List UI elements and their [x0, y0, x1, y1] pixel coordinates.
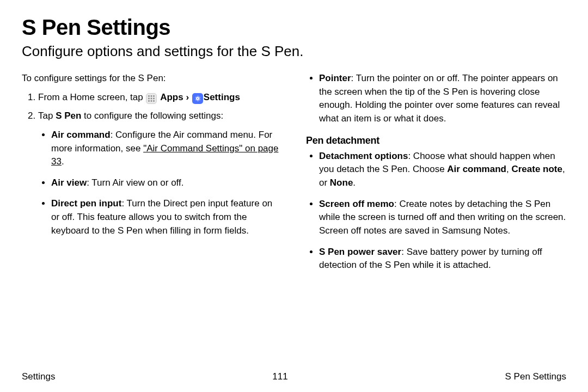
direct-pen-label: Direct pen input — [51, 198, 121, 209]
svg-point-8 — [154, 100, 155, 102]
breadcrumb-separator: › — [183, 92, 192, 102]
detach-comma: , — [506, 164, 511, 174]
footer-page-number: 111 — [272, 371, 287, 382]
svg-point-7 — [151, 100, 152, 102]
bullet-pointer: Pointer: Turn the pointer on or off. The… — [319, 72, 566, 126]
bullet-air-view: Air view: Turn Air view on or off. — [51, 176, 282, 190]
page-footer: Settings 111 S Pen Settings — [22, 371, 566, 382]
svg-point-4 — [151, 97, 152, 99]
step2-pre: Tap — [38, 111, 56, 121]
svg-point-2 — [154, 95, 155, 97]
bullet-air-command: Air command: Configure the Air command m… — [51, 128, 282, 169]
air-command-label: Air command — [51, 130, 111, 140]
air-view-text: : Turn Air view on or off. — [87, 177, 183, 188]
settings-label: Settings — [204, 92, 240, 102]
apps-label: Apps — [160, 92, 183, 102]
svg-point-3 — [149, 97, 150, 99]
step-1: From a Home screen, tap Apps › Settings — [38, 91, 282, 105]
bullet-power-saver: S Pen power saver: Save battery power by… — [319, 246, 566, 272]
bullet-direct-pen: Direct pen input: Turn the Direct pen in… — [51, 197, 282, 237]
step1-pre: From a Home screen, tap — [38, 92, 145, 102]
right-column: Pointer: Turn the pointer on or off. The… — [306, 72, 566, 280]
settings-bullets-right-top: Pointer: Turn the pointer on or off. The… — [306, 72, 566, 126]
svg-point-1 — [151, 95, 152, 97]
settings-bullets-left: Air command: Configure the Air command m… — [38, 128, 282, 237]
power-saver-label: S Pen power saver — [319, 247, 401, 257]
apps-icon — [146, 93, 157, 104]
footer-right: S Pen Settings — [505, 371, 566, 382]
air-view-label: Air view — [51, 177, 87, 188]
left-column: To configure settings for the S Pen: Fro… — [22, 72, 282, 280]
step2-bold: S Pen — [56, 111, 81, 121]
intro-text: To configure settings for the S Pen: — [22, 72, 282, 85]
step-2: Tap S Pen to configure the following set… — [38, 109, 282, 237]
detach-end: . — [353, 177, 356, 188]
page-subtitle: Configure options and settings for the S… — [22, 43, 566, 60]
screen-off-memo-label: Screen off memo — [319, 199, 394, 209]
air-command-end: . — [62, 156, 64, 167]
settings-bullets-detachment: Detachment options: Choose what should h… — [306, 150, 566, 272]
svg-point-0 — [149, 95, 150, 97]
pen-detachment-heading: Pen detachment — [306, 133, 566, 148]
svg-point-6 — [149, 100, 150, 102]
detach-options-label: Detachment options — [319, 151, 408, 161]
footer-left: Settings — [22, 371, 55, 382]
step2-post: to configure the following settings: — [81, 111, 223, 121]
svg-point-5 — [154, 97, 155, 99]
detach-opt-aircommand: Air command — [447, 164, 506, 174]
bullet-screen-off-memo: Screen off memo: Create notes by detachi… — [319, 198, 566, 238]
detach-opt-none: None — [330, 177, 353, 188]
bullet-detachment-options: Detachment options: Choose what should h… — [319, 150, 566, 190]
pointer-text: : Turn the pointer on or off. The pointe… — [319, 73, 560, 124]
content-columns: To configure settings for the S Pen: Fro… — [22, 72, 566, 280]
pointer-label: Pointer — [319, 73, 351, 83]
settings-icon — [192, 93, 203, 104]
steps-list: From a Home screen, tap Apps › Settings … — [22, 91, 282, 238]
detach-opt-createnote: Create note — [511, 164, 562, 174]
page-title: S Pen Settings — [22, 15, 566, 40]
